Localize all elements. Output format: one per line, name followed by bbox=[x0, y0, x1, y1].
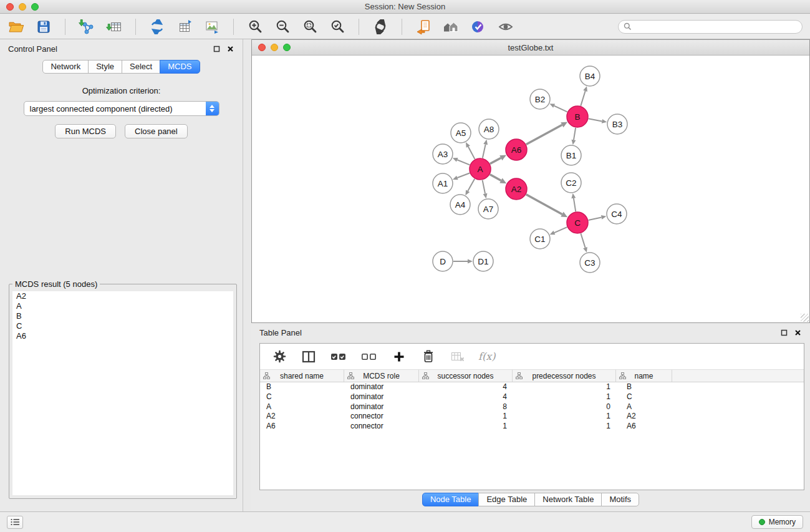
refresh-layout-icon[interactable] bbox=[372, 18, 389, 36]
tab-network[interactable]: Network bbox=[42, 60, 89, 74]
graph-node-C3[interactable]: C3 bbox=[580, 253, 600, 273]
zoom-in-icon[interactable] bbox=[246, 18, 264, 36]
table-row-a[interactable]: Adominator80A bbox=[260, 402, 804, 412]
apply-style-icon[interactable] bbox=[470, 18, 487, 36]
graph-edge-B-B4[interactable] bbox=[581, 91, 585, 106]
graph-node-D1[interactable]: D1 bbox=[473, 251, 493, 271]
minimize-window-icon[interactable] bbox=[19, 3, 26, 11]
graph-edge-A-A7[interactable] bbox=[483, 180, 485, 194]
result-item-a6[interactable]: A6 bbox=[12, 331, 233, 341]
graph-node-A1[interactable]: A1 bbox=[433, 173, 453, 193]
graph-edge-A-A4[interactable] bbox=[468, 179, 475, 191]
zoom-selected-icon[interactable] bbox=[329, 18, 346, 36]
network-window-titlebar[interactable]: testGlobe.txt bbox=[252, 40, 809, 56]
column-header-mcds-role[interactable]: MCDS role bbox=[344, 370, 419, 382]
table-row-c[interactable]: Cdominator41C bbox=[260, 392, 804, 402]
float-panel-icon[interactable] bbox=[779, 328, 788, 337]
zoom-network-icon[interactable] bbox=[283, 44, 291, 51]
tab-mcds[interactable]: MCDS bbox=[160, 60, 200, 74]
network-graph[interactable]: B4B2BB3A5A8A6B1A3AC2A1A2A4A7C4CC1C3DD1 bbox=[252, 56, 809, 322]
graph-edge-A-A2[interactable] bbox=[490, 175, 501, 181]
graph-edge-B-B2[interactable] bbox=[554, 106, 567, 112]
search-input[interactable] bbox=[635, 22, 797, 31]
graph-edge-A-A6[interactable] bbox=[490, 158, 501, 163]
export-image-icon[interactable] bbox=[203, 18, 221, 36]
result-item-a[interactable]: A bbox=[12, 301, 233, 311]
result-item-c[interactable]: C bbox=[12, 321, 233, 331]
search-box[interactable] bbox=[618, 20, 803, 34]
table-row-b[interactable]: Bdominator41B bbox=[260, 382, 804, 392]
add-column-icon[interactable] bbox=[390, 348, 408, 365]
memory-button[interactable]: Memory bbox=[751, 515, 803, 529]
graph-edge-C-C3[interactable] bbox=[581, 233, 585, 248]
graph-edge-A-A1[interactable] bbox=[457, 173, 470, 178]
select-all-icon[interactable] bbox=[329, 348, 348, 365]
graph-node-B[interactable]: B bbox=[567, 106, 588, 127]
minimize-network-icon[interactable] bbox=[271, 44, 278, 51]
close-window-icon[interactable] bbox=[6, 3, 14, 11]
graph-node-A7[interactable]: A7 bbox=[478, 199, 498, 219]
save-session-icon[interactable] bbox=[35, 18, 52, 36]
graph-node-A4[interactable]: A4 bbox=[450, 195, 470, 215]
network-canvas[interactable]: B4B2BB3A5A8A6B1A3AC2A1A2A4A7C4CC1C3DD1 bbox=[252, 56, 809, 322]
graph-node-B3[interactable]: B3 bbox=[607, 114, 627, 134]
graph-node-A3[interactable]: A3 bbox=[433, 144, 453, 164]
graph-node-A2[interactable]: A2 bbox=[506, 178, 527, 200]
table-settings-gear-icon[interactable] bbox=[271, 348, 288, 365]
close-panel-button[interactable]: Close panel bbox=[125, 124, 188, 138]
column-header-shared-name[interactable]: shared name bbox=[260, 370, 344, 382]
graph-edge-C-C2[interactable] bbox=[574, 198, 576, 212]
home-icon[interactable] bbox=[442, 18, 460, 36]
table-row-a6[interactable]: A6connector11A6 bbox=[260, 422, 804, 432]
graph-node-A5[interactable]: A5 bbox=[451, 123, 471, 143]
graph-edge-B-B3[interactable] bbox=[589, 118, 602, 121]
graph-edge-B-B1[interactable] bbox=[574, 128, 576, 140]
graph-edge-C-C4[interactable] bbox=[589, 217, 602, 220]
deselect-all-icon[interactable] bbox=[360, 348, 378, 365]
tab-select[interactable]: Select bbox=[122, 60, 160, 74]
column-header-predecessor-nodes[interactable]: predecessor nodes bbox=[513, 370, 616, 382]
graph-edge-A6-B[interactable] bbox=[526, 125, 562, 144]
clone-network-icon[interactable] bbox=[148, 18, 166, 36]
graph-node-C2[interactable]: C2 bbox=[561, 173, 581, 193]
zoom-out-icon[interactable] bbox=[274, 18, 291, 36]
graph-edge-A2-C[interactable] bbox=[526, 195, 562, 215]
result-item-a2[interactable]: A2 bbox=[12, 291, 233, 301]
tab-edge-table[interactable]: Edge Table bbox=[478, 493, 535, 506]
open-session-icon[interactable] bbox=[415, 18, 432, 36]
function-builder-icon[interactable]: f(x) bbox=[478, 351, 495, 362]
window-titlebar[interactable]: Session: New Session bbox=[0, 0, 810, 14]
graph-edge-A-A5[interactable] bbox=[468, 147, 475, 159]
task-history-button[interactable] bbox=[7, 516, 23, 529]
import-table-icon[interactable] bbox=[105, 18, 123, 36]
graph-node-C1[interactable]: C1 bbox=[530, 229, 550, 249]
close-panel-icon[interactable] bbox=[793, 328, 802, 337]
float-panel-icon[interactable] bbox=[212, 44, 221, 53]
tab-node-table[interactable]: Node Table bbox=[422, 493, 480, 506]
import-network-icon[interactable] bbox=[78, 18, 95, 36]
close-network-icon[interactable] bbox=[258, 44, 266, 51]
close-panel-icon[interactable] bbox=[226, 44, 234, 53]
graph-node-D[interactable]: D bbox=[433, 251, 453, 271]
zoom-window-icon[interactable] bbox=[31, 3, 39, 11]
resize-grip-icon[interactable] bbox=[801, 314, 809, 322]
graph-node-B1[interactable]: B1 bbox=[561, 145, 581, 165]
graph-edge-A-A8[interactable] bbox=[483, 144, 486, 158]
network-table-icon[interactable] bbox=[176, 18, 193, 36]
show-columns-icon[interactable] bbox=[300, 348, 317, 365]
result-item-b[interactable]: B bbox=[12, 311, 233, 321]
run-mcds-button[interactable]: Run MCDS bbox=[55, 124, 116, 138]
graph-node-B2[interactable]: B2 bbox=[530, 89, 550, 109]
column-header-name[interactable]: name bbox=[616, 370, 672, 382]
graph-node-C[interactable]: C bbox=[567, 212, 588, 233]
zoom-fit-icon[interactable] bbox=[301, 18, 319, 36]
tab-style[interactable]: Style bbox=[88, 60, 122, 74]
graph-edge-C-C1[interactable] bbox=[554, 227, 567, 233]
optimization-criterion-select[interactable]: largest connected component (directed) bbox=[24, 101, 219, 116]
show-graphics-eye-icon[interactable] bbox=[497, 18, 514, 36]
column-header-successor-nodes[interactable]: successor nodes bbox=[419, 370, 513, 382]
graph-node-A8[interactable]: A8 bbox=[479, 119, 499, 139]
tab-motifs[interactable]: Motifs bbox=[601, 493, 639, 506]
graph-edge-A-A3[interactable] bbox=[457, 160, 470, 165]
graph-node-C4[interactable]: C4 bbox=[607, 204, 627, 224]
